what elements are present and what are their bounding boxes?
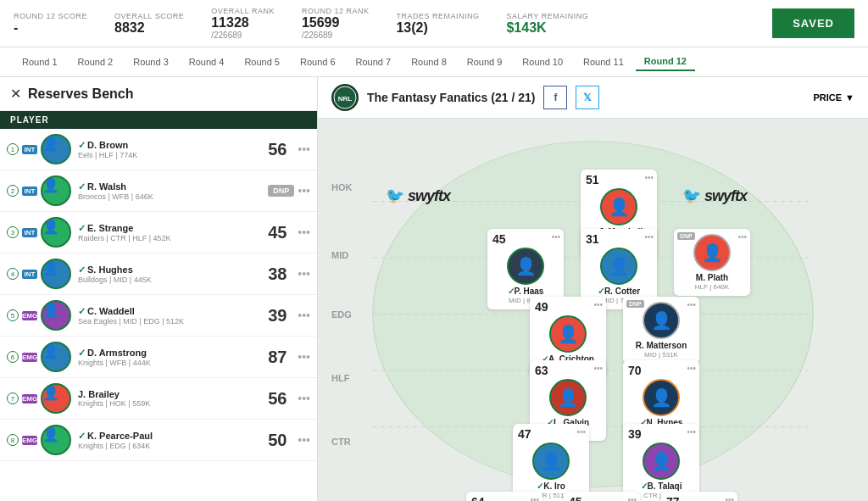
- field-card[interactable]: 45 ••• 👤 ✓T. Koula CTR, WFB | 474K: [564, 492, 640, 501]
- player-info: J. Brailey Knights | HOK | 559K: [78, 389, 260, 408]
- round-nav-item-round-11[interactable]: Round 11: [575, 53, 632, 70]
- dots-menu-icon[interactable]: •••: [687, 364, 696, 373]
- dots-menu-icon[interactable]: •••: [644, 232, 654, 242]
- player-row[interactable]: 3 INT 👤 ✓E. Strange Raiders | CTR | HLF …: [0, 212, 317, 253]
- player-detail: Sea Eagles | MID | EDG | 512K: [78, 317, 260, 326]
- player-info: ✓E. Strange Raiders | CTR | HLF | 452K: [78, 223, 260, 242]
- player-number: 8: [7, 434, 19, 446]
- player-avatar: 👤: [41, 342, 71, 372]
- round-nav-item-round-7[interactable]: Round 7: [348, 53, 400, 70]
- field-area: HOK MID EDG HLF CTR WFB 🐦 swyftx 🐦 swyft…: [318, 119, 868, 501]
- player-detail: Knights | EDG | 634K: [78, 442, 260, 450]
- dots-menu-icon[interactable]: •••: [687, 427, 696, 437]
- dots-menu-icon[interactable]: •••: [298, 392, 310, 405]
- salary-remaining-label: SALARY REMAINING: [506, 12, 588, 20]
- round-nav-item-round-6[interactable]: Round 6: [292, 53, 344, 70]
- round-nav-item-round-2[interactable]: Round 2: [70, 53, 122, 70]
- dots-menu-icon[interactable]: •••: [687, 300, 696, 309]
- player-name: ✓E. Strange: [78, 223, 260, 234]
- dots-menu-icon[interactable]: •••: [725, 495, 734, 501]
- round-nav-item-round-5[interactable]: Round 5: [236, 53, 288, 70]
- dots-menu-icon[interactable]: •••: [593, 364, 603, 373]
- player-row[interactable]: 8 EMG 👤 ✓K. Pearce-Paul Knights | EDG | …: [0, 420, 317, 461]
- price-select[interactable]: PRICE ▼: [813, 92, 854, 103]
- round-nav-item-round-1[interactable]: Round 1: [14, 53, 66, 70]
- player-detail: Knights | HOK | 559K: [78, 399, 260, 408]
- field-card[interactable]: 39 ••• 👤 ✓B. Talaqi CTR | 381K: [623, 424, 699, 501]
- dots-menu-icon[interactable]: •••: [627, 495, 637, 501]
- player-row[interactable]: 7 EMG 👤 J. Brailey Knights | HOK | 559K …: [0, 378, 317, 420]
- dots-menu-icon[interactable]: •••: [530, 495, 539, 501]
- field-card-score: 64: [470, 495, 485, 501]
- team-logo: NRL: [331, 84, 359, 111]
- player-row[interactable]: 5 EMG 👤 ✓C. Waddell Sea Eagles | MID | E…: [0, 295, 317, 337]
- player-number: 1: [7, 143, 19, 155]
- player-row[interactable]: 2 INT 👤 ✓R. Walsh Broncos | WFB | 646K D…: [0, 170, 317, 212]
- player-detail: Eels | HLF | 774K: [78, 151, 260, 159]
- field-card[interactable]: 77 ••• 👤 ✓R. Garrick CTR, WFB | 646K: [661, 492, 737, 501]
- twitter-button[interactable]: 𝕏: [576, 86, 599, 109]
- round12-score-value: -: [14, 20, 87, 36]
- field-card[interactable]: DNP ••• 👤 R. Matterson MID | 531K: [623, 297, 699, 364]
- field-dnp-badge: DNP: [677, 232, 695, 240]
- player-avatar: 👤: [41, 425, 71, 455]
- field-card-name: R. Matterson: [626, 341, 696, 351]
- field-card-score: 49: [533, 300, 548, 314]
- player-score: 56: [260, 389, 294, 409]
- reserves-panel: ✕ Reserves Bench PLAYER 1 INT 👤 ✓D. Brow…: [0, 77, 318, 501]
- dots-menu-icon[interactable]: •••: [298, 225, 310, 239]
- dots-menu-icon[interactable]: •••: [593, 300, 603, 309]
- player-row[interactable]: 4 INT 👤 ✓S. Hughes Bulldogs | MID | 445K…: [0, 253, 317, 295]
- chevron-down-icon: ▼: [845, 92, 854, 103]
- player-row[interactable]: 1 INT 👤 ✓D. Brown Eels | HLF | 774K 56 •…: [0, 129, 317, 170]
- player-name: ✓C. Waddell: [78, 306, 260, 317]
- dots-menu-icon[interactable]: •••: [298, 267, 310, 281]
- position-badge: INT: [22, 145, 37, 154]
- team-header: NRL The Fantasy Fanatics (21 / 21) f 𝕏 P…: [318, 77, 868, 119]
- field-card-score: 70: [626, 364, 642, 377]
- player-number: 2: [7, 185, 19, 197]
- dots-menu-icon[interactable]: •••: [737, 232, 747, 242]
- dots-menu-icon[interactable]: •••: [298, 350, 310, 364]
- dots-menu-icon[interactable]: •••: [298, 433, 310, 447]
- player-info: ✓D. Brown Eels | HLF | 774K: [78, 140, 260, 159]
- player-avatar: 👤: [41, 259, 71, 289]
- field-card-name: ✓B. Talaqi: [626, 482, 696, 492]
- facebook-button[interactable]: f: [543, 86, 567, 109]
- field-card-name: ✓K. Iro: [516, 482, 586, 492]
- player-info: ✓C. Waddell Sea Eagles | MID | EDG | 512…: [78, 306, 260, 326]
- dots-menu-icon[interactable]: •••: [298, 142, 310, 156]
- field-card[interactable]: 47 ••• 👤 ✓K. Iro CTR | 511K: [513, 424, 589, 501]
- overall-rank-label: OVERALL RANK: [211, 7, 275, 15]
- dots-menu-icon[interactable]: •••: [644, 173, 654, 182]
- field-card[interactable]: 64 ••• 👤 ✓K. Weekes HLF, WFB | 424K: [466, 492, 542, 501]
- player-avatar: 👤: [41, 383, 71, 414]
- check-icon: ✓: [78, 140, 86, 150]
- round-nav-item-round-3[interactable]: Round 3: [125, 53, 177, 70]
- field-card[interactable]: DNP ••• 👤 M. Plath HLF | 640K: [674, 229, 750, 296]
- dots-menu-icon[interactable]: •••: [298, 309, 310, 322]
- round12-rank-value: 15699: [302, 15, 370, 31]
- trades-remaining-stat: TRADES REMAINING 13(2): [396, 12, 479, 36]
- salary-remaining-value: $143K: [506, 20, 588, 36]
- round12-score-label: ROUND 12 SCORE: [14, 12, 87, 20]
- overall-score-label: OVERALL SCORE: [114, 12, 184, 20]
- player-row[interactable]: 6 EMG 👤 ✓D. Armstrong Knights | WFB | 44…: [0, 337, 317, 378]
- position-badge: EMG: [22, 394, 37, 404]
- check-icon: ✓: [78, 181, 86, 192]
- player-detail: Knights | WFB | 444K: [78, 359, 260, 367]
- dots-menu-icon[interactable]: •••: [576, 427, 586, 437]
- field-card-name: M. Plath: [677, 273, 747, 283]
- round-nav-item-round-10[interactable]: Round 10: [514, 53, 571, 70]
- dots-menu-icon[interactable]: •••: [298, 184, 310, 198]
- team-name: The Fantasy Fanatics (21 / 21): [367, 91, 535, 104]
- round-nav-item-round-9[interactable]: Round 9: [459, 53, 511, 70]
- round-nav-item-round-4[interactable]: Round 4: [181, 53, 233, 70]
- saved-button[interactable]: SAVED: [772, 8, 854, 38]
- round-nav-item-round-8[interactable]: Round 8: [403, 53, 455, 70]
- round-nav-item-round-12[interactable]: Round 12: [636, 53, 695, 71]
- dots-menu-icon[interactable]: •••: [551, 232, 560, 242]
- field-players: 51 ••• 👤 ✓J. Marshall-King HOK | 675K 45…: [318, 119, 868, 501]
- close-icon[interactable]: ✕: [10, 86, 21, 102]
- main-content: ✕ Reserves Bench PLAYER 1 INT 👤 ✓D. Brow…: [0, 77, 868, 501]
